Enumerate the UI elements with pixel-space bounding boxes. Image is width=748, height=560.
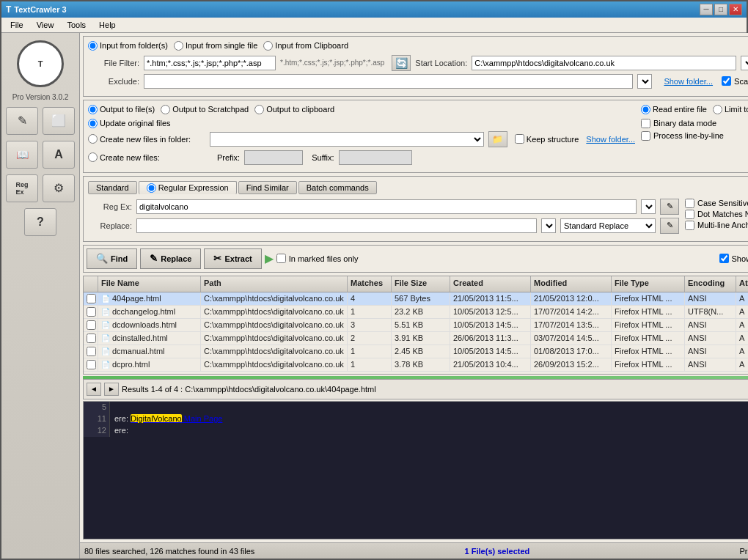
start-location-dropdown[interactable]	[741, 56, 748, 70]
tab-standard[interactable]: Standard	[88, 181, 137, 194]
keep-structure-label[interactable]: Keep structure	[515, 134, 579, 144]
replace-mode-select[interactable]: Standard ReplaceRegex ReplaceScript Repl…	[560, 218, 656, 233]
table-row[interactable]: 📄 dcmanual.html C:\xammpp\htdocs\digital…	[84, 345, 748, 358]
table-row[interactable]: 📄 dcinstalled.html C:\xammpp\htdocs\digi…	[84, 332, 748, 345]
preview-next-button[interactable]: ►	[104, 383, 119, 396]
file-filter-input[interactable]	[144, 56, 276, 70]
table-row[interactable]: 📄 dcpro.html C:\xammpp\htdocs\digitalvol…	[84, 358, 748, 372]
minimize-button[interactable]: ─	[700, 4, 713, 15]
col-header-created[interactable]: Created	[450, 276, 531, 292]
show-preview-label[interactable]: Show preview	[719, 254, 748, 263]
menu-view[interactable]: View	[31, 19, 60, 31]
process-line-label[interactable]: Process line-by-line	[641, 131, 724, 141]
regex-edit-button[interactable]: ✎	[660, 199, 679, 215]
file-filter-refresh-button[interactable]: 🔄	[392, 55, 411, 71]
dot-newline-checkbox[interactable]	[685, 210, 694, 219]
scan-subfolders-label[interactable]: Scan all subfolders	[722, 76, 748, 86]
output-files-radio[interactable]: Output to file(s)	[88, 105, 155, 114]
font-button[interactable]: A	[43, 141, 75, 169]
col-header-path[interactable]: Path	[201, 276, 348, 292]
prefix-input[interactable]	[244, 150, 303, 165]
find-button[interactable]: 🔍 Find	[87, 248, 137, 269]
update-original-radio[interactable]: Update original files	[88, 119, 171, 128]
output-clipboard-radio[interactable]: Output to clipboard	[254, 105, 334, 114]
col-header-filename[interactable]: File Name	[98, 276, 201, 292]
tab-regex-radio[interactable]	[147, 183, 156, 193]
extract-button[interactable]: ✂ Extract	[204, 248, 261, 269]
create-folder-radio[interactable]: Create new files in folder:	[88, 134, 205, 144]
col-header-size[interactable]: File Size	[392, 276, 450, 292]
col-header-filetype[interactable]: File Type	[612, 276, 685, 292]
start-location-input[interactable]	[472, 56, 736, 70]
file-filter-value-display: *.htm;*.css;*.js;*.jsp;*.php*;*.asp	[280, 59, 384, 67]
maximize-button[interactable]: □	[714, 4, 727, 15]
menu-help[interactable]: Help	[93, 19, 122, 31]
menu-file[interactable]: File	[4, 19, 29, 31]
table-row[interactable]: 📄 dcchangelog.html C:\xammpp\htdocs\digi…	[84, 306, 748, 319]
row-checkbox-3[interactable]	[84, 332, 98, 345]
book-button[interactable]: 📖	[6, 141, 38, 169]
multiline-checkbox[interactable]	[685, 221, 694, 230]
tab-batch[interactable]: Batch commands	[298, 181, 377, 194]
show-preview-checkbox[interactable]	[719, 254, 729, 263]
col-header-encoding[interactable]: Encoding	[685, 276, 736, 292]
row-checkbox-0[interactable]	[84, 292, 98, 305]
preview-prev-button[interactable]: ◄	[87, 383, 101, 396]
input-folder-radio[interactable]: Input from folder(s)	[88, 41, 168, 51]
new-folder-browse-button[interactable]: 📁	[488, 131, 507, 147]
col-header-matches[interactable]: Matches	[348, 276, 392, 292]
create-files-radio[interactable]: Create new files:	[88, 152, 205, 162]
binary-data-label[interactable]: Binary data mode	[641, 119, 716, 128]
row-filename-5: 📄 dcpro.html	[98, 358, 201, 371]
settings-button[interactable]: ⚙	[43, 174, 75, 202]
tab-similar[interactable]: Find Similar	[238, 181, 297, 194]
in-marked-checkbox[interactable]	[276, 254, 286, 263]
replace-input[interactable]	[136, 218, 537, 233]
title-bar-left: T TextCrawler 3	[6, 4, 67, 15]
input-clipboard-radio[interactable]: Input from Clipboard	[263, 41, 348, 51]
output-show-folder-link[interactable]: Show folder...	[586, 135, 635, 144]
regex-button[interactable]: RegEx	[6, 174, 38, 202]
table-row[interactable]: 📄 404page.html C:\xammpp\htdocs\digitalv…	[84, 292, 748, 306]
binary-data-checkbox[interactable]	[641, 119, 650, 128]
menu-tools[interactable]: Tools	[61, 19, 92, 31]
limit-lines-radio[interactable]: Limit to lines	[713, 105, 748, 114]
file-icon: 📄	[101, 295, 110, 303]
page-button[interactable]: ⬜	[43, 107, 75, 135]
exclude-dropdown[interactable]	[637, 74, 652, 89]
match-highlight-2: DigitalVolcano	[131, 414, 182, 423]
help-button[interactable]: ?	[24, 208, 56, 236]
read-entire-radio[interactable]: Read entire file	[641, 105, 707, 114]
regex-input[interactable]	[136, 199, 637, 214]
new-folder-select[interactable]	[210, 132, 484, 147]
table-row[interactable]: 📄 dcdownloads.html C:\xammpp\htdocs\digi…	[84, 319, 748, 332]
replace-button[interactable]: ✎ Replace	[140, 248, 201, 269]
in-marked-label[interactable]: In marked files only	[276, 254, 359, 263]
regex-history-dropdown[interactable]	[641, 199, 656, 214]
row-filetype-4: Firefox HTML ...	[612, 345, 685, 358]
row-encoding-5: ANSI	[685, 358, 736, 371]
tab-regex[interactable]: Regular Expression	[139, 181, 237, 194]
show-folder-link[interactable]: Show folder...	[664, 77, 713, 86]
output-scratchpad-radio[interactable]: Output to Scratchpad	[161, 105, 249, 114]
case-sensitive-checkbox[interactable]	[685, 199, 694, 208]
keep-structure-checkbox[interactable]	[515, 134, 524, 144]
close-button[interactable]: ✕	[729, 4, 742, 15]
row-checkbox-5[interactable]	[84, 358, 98, 371]
row-checkbox-1[interactable]	[84, 306, 98, 318]
exclude-input[interactable]	[144, 74, 633, 89]
replace-history-dropdown[interactable]	[541, 218, 556, 233]
preview-line-5: 5<span class="highlight-match" data-name…	[84, 402, 748, 413]
replace-edit-button[interactable]: ✎	[660, 218, 679, 234]
action-bar: 🔍 Find ✎ Replace ✂ Extract ▶ In marked f…	[83, 245, 748, 273]
row-checkbox-2[interactable]	[84, 319, 98, 331]
row-checkbox-4[interactable]	[84, 345, 98, 358]
input-file-radio[interactable]: Input from single file	[174, 41, 257, 51]
col-header-modified[interactable]: Modified	[531, 276, 612, 292]
scan-subfolders-checkbox[interactable]	[722, 76, 731, 86]
suffix-input[interactable]	[339, 150, 412, 165]
process-line-checkbox[interactable]	[641, 131, 650, 141]
status-selected: 1 File(s) selected	[465, 547, 530, 556]
edit-button[interactable]: ✎	[6, 107, 38, 135]
col-header-attributes[interactable]: Attributes	[736, 276, 748, 292]
